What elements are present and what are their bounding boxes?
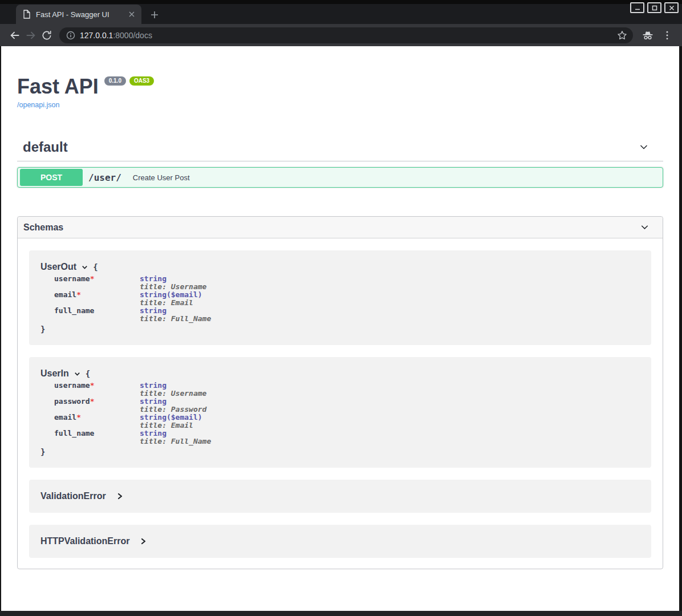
property-row: email* string($email) title: Email bbox=[54, 291, 640, 307]
version-badge: 0.1.0 bbox=[104, 76, 126, 86]
model-userout: UserOut { username* string ti bbox=[29, 250, 651, 345]
required-star: * bbox=[90, 397, 95, 406]
page-document-icon bbox=[23, 10, 31, 19]
model-validationerror[interactable]: ValidationError bbox=[29, 480, 651, 513]
minimize-icon bbox=[634, 5, 641, 11]
property-type: string bbox=[140, 382, 206, 390]
chevron-right-icon bbox=[140, 538, 147, 545]
model-toggle[interactable]: UserOut { bbox=[40, 262, 640, 272]
property-info: string title: Username bbox=[140, 275, 206, 291]
property-type: string bbox=[140, 429, 211, 437]
chevron-down-icon bbox=[81, 264, 88, 271]
model-title: UserOut bbox=[40, 262, 76, 272]
browser-tab[interactable]: Fast API - Swagger UI bbox=[16, 5, 141, 24]
model-userin: UserIn { username* string tit bbox=[29, 357, 651, 468]
close-icon bbox=[129, 11, 135, 17]
property-title: title: Email bbox=[140, 422, 202, 429]
forward-button[interactable] bbox=[23, 27, 39, 43]
model-toggle[interactable]: UserIn { bbox=[40, 368, 640, 379]
maximize-button[interactable] bbox=[647, 2, 661, 13]
required-star: * bbox=[90, 381, 95, 390]
forward-arrow-icon bbox=[25, 29, 37, 42]
model-title: ValidationError bbox=[40, 491, 106, 501]
tab-title: Fast API - Swagger UI bbox=[36, 10, 127, 19]
brace-close: } bbox=[40, 325, 640, 334]
operation-path: /user/ bbox=[88, 172, 121, 183]
property-info: string title: Full_Name bbox=[140, 307, 211, 323]
property-info: string title: Full_Name bbox=[140, 429, 211, 445]
address-bar[interactable]: 127.0.0.1:8000/docs bbox=[59, 27, 633, 43]
bookmark-star-button[interactable] bbox=[615, 28, 630, 43]
property-type: string bbox=[140, 398, 206, 406]
property-info: string title: Username bbox=[140, 382, 206, 398]
tab-close-button[interactable] bbox=[127, 9, 137, 19]
property-type: string bbox=[140, 275, 206, 283]
property-info: string title: Password bbox=[140, 398, 206, 414]
property-title: title: Email bbox=[140, 299, 202, 307]
property-row: password* string title: Password bbox=[54, 398, 640, 414]
property-type: string($email) bbox=[140, 414, 202, 422]
property-type: string($email) bbox=[140, 291, 202, 299]
incognito-icon bbox=[642, 29, 654, 42]
browser-menu-button[interactable] bbox=[659, 27, 675, 43]
oas-badge: OAS3 bbox=[129, 76, 154, 86]
chevron-down-icon[interactable] bbox=[638, 141, 649, 153]
model-httpvalidationerror[interactable]: HTTPValidationError bbox=[29, 525, 651, 558]
property-name: full_name bbox=[54, 307, 140, 323]
operation-post-user[interactable]: POST /user/ Create User Post bbox=[17, 167, 663, 188]
tag-section-header[interactable]: default bbox=[17, 139, 663, 161]
window-bottom-frame bbox=[0, 611, 682, 616]
url-text: 127.0.0.1:8000/docs bbox=[80, 31, 152, 40]
chevron-down-icon[interactable] bbox=[639, 222, 650, 233]
api-title: Fast API bbox=[17, 75, 99, 99]
property-row: full_name string title: Full_Name bbox=[54, 429, 640, 445]
property-info: string($email) title: Email bbox=[140, 291, 202, 307]
property-name: email* bbox=[54, 414, 140, 429]
openapi-spec-link[interactable]: /openapi.json bbox=[17, 101, 59, 109]
property-name: password* bbox=[54, 398, 140, 414]
api-info: Fast API 0.1.0 OAS3 /openapi.json bbox=[17, 75, 663, 110]
kebab-menu-icon bbox=[661, 30, 673, 41]
schemas-section: Schemas UserOut { bbox=[17, 216, 663, 569]
tab-strip: Fast API - Swagger UI bbox=[0, 0, 682, 24]
page-content: Fast API 0.1.0 OAS3 /openapi.json defaul… bbox=[0, 46, 682, 611]
required-star: * bbox=[76, 290, 81, 299]
incognito-badge bbox=[640, 27, 656, 43]
property-info: string($email) title: Email bbox=[140, 414, 202, 429]
reload-icon bbox=[41, 30, 52, 41]
model-title: HTTPValidationError bbox=[40, 536, 129, 546]
property-title: title: Username bbox=[140, 390, 206, 398]
chevron-right-icon bbox=[116, 493, 123, 500]
chevron-down-icon bbox=[74, 370, 81, 378]
property-name: username* bbox=[54, 275, 140, 291]
toolbar-right-icons bbox=[640, 27, 675, 43]
brace-open: { bbox=[86, 369, 90, 378]
property-title: title: Full_Name bbox=[140, 315, 211, 323]
operation-summary: Create User Post bbox=[133, 173, 190, 182]
schemas-title: Schemas bbox=[23, 222, 63, 233]
brace-close: } bbox=[40, 447, 640, 456]
url-host: 127.0.0.1 bbox=[80, 31, 113, 40]
minimize-button[interactable] bbox=[630, 2, 644, 13]
star-icon bbox=[616, 30, 628, 41]
plus-icon bbox=[151, 11, 159, 19]
reload-button[interactable] bbox=[39, 27, 55, 43]
tag-name: default bbox=[23, 139, 68, 155]
required-star: * bbox=[90, 274, 95, 283]
required-star: * bbox=[76, 413, 81, 422]
back-arrow-icon bbox=[9, 29, 21, 42]
new-tab-button[interactable] bbox=[148, 9, 161, 21]
property-title: title: Username bbox=[140, 283, 206, 291]
property-name: email* bbox=[54, 291, 140, 307]
close-icon bbox=[668, 5, 675, 11]
property-title: title: Password bbox=[140, 406, 206, 414]
property-name: username* bbox=[54, 382, 140, 398]
schemas-header[interactable]: Schemas bbox=[18, 217, 663, 238]
url-path: :8000/docs bbox=[113, 31, 152, 40]
api-badges: 0.1.0 OAS3 bbox=[104, 76, 154, 86]
close-window-button[interactable] bbox=[664, 2, 679, 13]
schemas-body: UserOut { username* string ti bbox=[18, 238, 663, 569]
brace-open: { bbox=[93, 262, 98, 271]
back-button[interactable] bbox=[7, 27, 23, 43]
window-controls bbox=[630, 2, 679, 13]
